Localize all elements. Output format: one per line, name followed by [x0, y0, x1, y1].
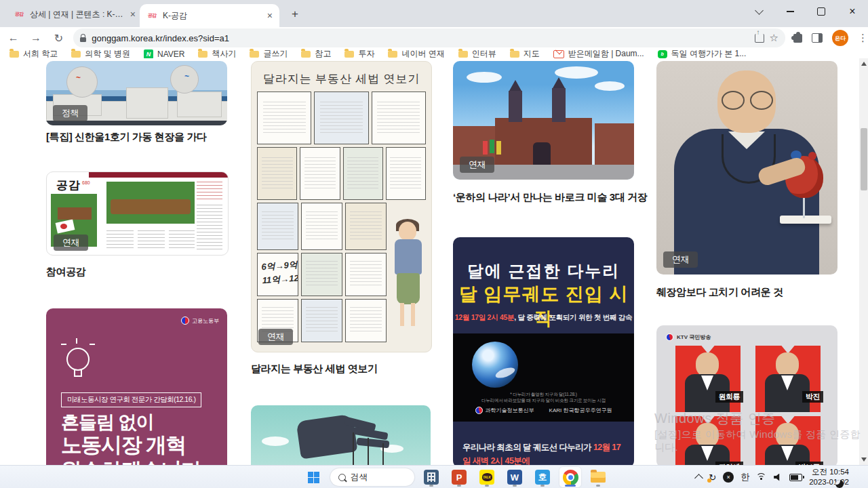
- powerpoint-icon: P: [452, 470, 467, 485]
- tab-close-icon[interactable]: ×: [130, 9, 136, 19]
- gov-emblem-icon: [475, 407, 483, 414]
- reload-button[interactable]: ↻: [50, 28, 68, 47]
- chrome-app-button[interactable]: [559, 467, 581, 487]
- comic-narrator-figure: [391, 222, 426, 329]
- lightbulb-icon: [66, 348, 90, 371]
- tab-strip: 공감 상세 | 연재 | 콘텐츠 : K-공감 × 공감 K-공감 × + ×: [0, 0, 868, 27]
- poster-line2: 노동시장 개혁: [61, 431, 186, 460]
- tray-overflow-chevron-icon[interactable]: [696, 473, 702, 481]
- lock-icon[interactable]: [80, 37, 86, 42]
- close-button[interactable]: ×: [837, 0, 868, 23]
- forward-button[interactable]: →: [26, 28, 45, 47]
- file-explorer-icon: [591, 472, 606, 483]
- calculator-app-button[interactable]: [420, 467, 442, 487]
- glasses-icon: [722, 91, 745, 110]
- browser-toolbar: ← → ↻ gonggam.korea.kr/index.es?sid=a1 ☆…: [0, 27, 868, 49]
- word-icon: W: [507, 470, 522, 485]
- url-text: gonggam.korea.kr/index.es?sid=a1: [92, 33, 749, 43]
- tab-title: K-공감: [163, 10, 262, 22]
- tab-close-icon[interactable]: ×: [267, 11, 273, 20]
- do-not-disturb-moon-icon[interactable]: [835, 480, 844, 488]
- search-icon: [338, 474, 346, 481]
- word-app-button[interactable]: W: [504, 467, 526, 487]
- folder-icon: [301, 51, 311, 58]
- article-card-puppet[interactable]: [251, 405, 431, 465]
- extensions-icon[interactable]: [793, 34, 802, 43]
- wifi-icon[interactable]: [756, 473, 767, 481]
- article-card-labor-poster[interactable]: 고용노동부 미래노동시장 연구회 전문가 간담회(12.16.) 흔들림 없이 …: [46, 308, 227, 465]
- windows-activation-watermark: [설정]으로 이동하여 Windows를 정품 인증합니다.: [654, 428, 868, 454]
- blog-icon: b: [658, 50, 667, 58]
- chrome-icon: [563, 470, 578, 485]
- profile-avatar[interactable]: 은다: [832, 30, 848, 46]
- danuri-subtitle: 달 임무궤도 진입 시작: [453, 282, 634, 331]
- address-bar[interactable]: gonggam.korea.kr/index.es?sid=a1 ☆: [73, 28, 785, 47]
- powerpoint-app-button[interactable]: P: [448, 467, 470, 487]
- calculator-icon: [424, 470, 439, 485]
- article-caption[interactable]: 췌장암보다 고치기 어려운 것: [656, 286, 783, 299]
- earth-image: [472, 342, 518, 388]
- bookmark-star-icon[interactable]: ☆: [770, 32, 778, 44]
- new-tab-button[interactable]: +: [288, 7, 302, 22]
- kakaotalk-app-button[interactable]: TALK: [476, 467, 498, 487]
- folder-icon: [388, 51, 397, 58]
- naver-icon: N: [144, 49, 153, 59]
- ime-korean-indicator[interactable]: 한: [741, 471, 749, 483]
- article-card-comic[interactable]: 달라지는 부동산 세법 엿보기 6억→9억: [251, 61, 432, 352]
- page-scrollbar[interactable]: [859, 58, 868, 465]
- back-button[interactable]: ←: [4, 28, 22, 47]
- article-card-nuclear[interactable]: ~ ~ 정책: [46, 61, 227, 125]
- side-panel-icon[interactable]: [812, 33, 823, 43]
- article-card-danuri[interactable]: 달에 근접한 다누리 달 임무궤도 진입 시작 12월 17일 2시 45분, …: [453, 237, 634, 465]
- maximize-button[interactable]: [806, 0, 837, 23]
- windows-taskbar: 검색 P TALK W 호: [0, 465, 868, 488]
- hwp-app-button[interactable]: 호: [532, 467, 553, 487]
- hangul-hwp-icon: 호: [535, 470, 550, 485]
- earth-moon-photo: * 다누리가 촬영한 지구와 달(11.28.) 다누리에서 바라보았을 때 지…: [453, 333, 634, 422]
- windows-activation-watermark: Windows 정품 인증: [654, 409, 776, 428]
- article-caption[interactable]: ‘운하의 나라’서 만나는 바로크 미술 3대 거장: [453, 191, 647, 204]
- tab-search-chevron-icon[interactable]: [743, 0, 774, 23]
- share-icon[interactable]: [755, 34, 764, 43]
- article-card-museum[interactable]: 연재: [453, 61, 634, 180]
- person-name: 박진: [802, 391, 823, 403]
- folder-icon: [344, 51, 354, 58]
- article-caption[interactable]: [특집] 신한울1호기 가동 현장을 가다: [46, 131, 207, 144]
- folder-icon: [9, 51, 19, 58]
- scrollbar-thumb[interactable]: [861, 128, 867, 190]
- menu-kebab-icon[interactable]: ⋮: [858, 32, 868, 44]
- tab-gonggam-home[interactable]: 공감 K-공감 ×: [140, 4, 279, 27]
- volume-icon[interactable]: [774, 474, 783, 481]
- windows-logo-icon: [308, 472, 319, 483]
- kari-logo: KARI 한국항공우주연구원: [549, 407, 612, 414]
- article-caption[interactable]: 달라지는 부동산 세법 엿보기: [251, 363, 378, 375]
- folder-icon: [198, 51, 208, 58]
- window-controls: ×: [743, 0, 868, 23]
- article-card-doctor[interactable]: 연재: [656, 61, 837, 274]
- scroll-up-arrow[interactable]: [861, 62, 867, 66]
- poster-tag: 미래노동시장 연구회 전문가 간담회(12.16.): [61, 392, 201, 407]
- article-card-magazine[interactable]: 공감 680 연재: [46, 171, 229, 256]
- moel-logo: 고용노동부: [181, 317, 219, 325]
- minimize-button[interactable]: [774, 0, 806, 23]
- spread-photo: [106, 182, 195, 224]
- tab-gonggam-detail[interactable]: 공감 상세 | 연재 | 콘텐츠 : K-공감 ×: [7, 5, 142, 23]
- system-tray: ↻ × 한 오전 10:54 2023-01-02: [696, 466, 864, 488]
- taskbar-search[interactable]: 검색: [330, 468, 414, 486]
- scroll-down-arrow[interactable]: [861, 458, 867, 462]
- category-badge: 연재: [460, 157, 494, 173]
- start-button[interactable]: [302, 467, 324, 487]
- tray-app-icon[interactable]: ×: [723, 472, 734, 483]
- article-caption[interactable]: 참여공감: [46, 266, 85, 279]
- file-explorer-button[interactable]: [587, 467, 609, 487]
- bookmark-naver[interactable]: NNAVER: [144, 49, 184, 59]
- folder-icon: [458, 51, 468, 58]
- kakaotalk-icon: TALK: [479, 470, 494, 485]
- folder-icon: [250, 51, 259, 58]
- gov-emblem-icon: [666, 333, 673, 341]
- battery-icon[interactable]: [789, 474, 802, 481]
- glasses-icon: [750, 91, 773, 110]
- person-name: 원희룡: [715, 391, 744, 403]
- sync-status-icon[interactable]: ↻: [709, 472, 716, 483]
- category-badge: 연재: [54, 235, 88, 251]
